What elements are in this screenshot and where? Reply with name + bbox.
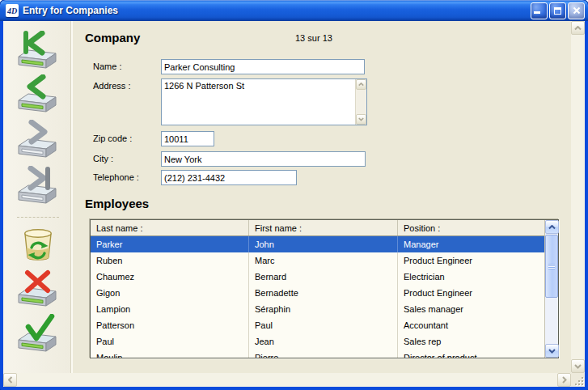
cell-first-name: Jean (249, 333, 398, 350)
next-record-icon (19, 122, 56, 157)
zip-label: Zip code : (93, 134, 132, 143)
name-field[interactable] (161, 59, 365, 74)
cell-position: Accountant (398, 317, 544, 333)
minimize-icon (534, 11, 540, 14)
4d-app-icon: 4D (6, 4, 19, 17)
chevron-left-icon (8, 376, 13, 384)
window-scroll-left-button (3, 373, 17, 387)
zip-field[interactable] (161, 131, 214, 146)
record-toolbar (3, 21, 73, 373)
window-horizontal-scrollbar (3, 373, 571, 387)
cancel-record-button[interactable] (15, 269, 61, 309)
cell-first-name: Pierre (249, 350, 398, 358)
table-row[interactable]: ParkerJohnManager (91, 236, 544, 252)
column-header-first-name[interactable]: First name : (249, 220, 398, 235)
employee-table-header: Last name : First name : Position : (91, 220, 544, 236)
table-row[interactable]: GigonBernadetteProduct Engineer (91, 285, 544, 301)
window-body: Company 13 sur 13 Name : Address : 1266 … (3, 21, 585, 373)
table-row[interactable]: ChaumezBernardElectrician (91, 269, 544, 285)
cell-first-name: Bernard (249, 269, 398, 285)
delete-record-button[interactable] (15, 223, 61, 264)
city-field[interactable] (161, 151, 366, 167)
first-record-icon (19, 33, 56, 68)
cell-first-name: John (249, 236, 398, 252)
employees-table: Last name : First name : Position : Park… (90, 219, 559, 358)
cell-last-name: Paul (91, 333, 249, 350)
next-record-button[interactable] (15, 120, 61, 160)
table-row[interactable]: RubenMarcProduct Engineer (91, 252, 544, 269)
close-icon (573, 6, 581, 15)
telephone-field[interactable] (161, 170, 297, 185)
chevron-down-icon (358, 117, 364, 121)
form-area: Company 13 sur 13 Name : Address : 1266 … (73, 21, 571, 373)
employees-section-title: Employees (85, 197, 149, 210)
window-scroll-up-button (571, 21, 585, 35)
resize-grip-icon (574, 376, 585, 387)
cell-last-name: Moulin (91, 350, 249, 358)
cell-last-name: Lampion (91, 301, 249, 317)
column-header-last-name[interactable]: Last name : (91, 220, 249, 235)
address-scroll-down-button[interactable] (356, 114, 366, 125)
employees-table-main: Last name : First name : Position : Park… (91, 220, 544, 358)
address-field[interactable]: 1266 N Patterson St (162, 79, 355, 125)
titlebar[interactable]: 4D Entry for Companies (0, 0, 588, 21)
cell-position: Manager (398, 236, 544, 252)
previous-record-button[interactable] (15, 74, 61, 115)
app-window: 4D Entry for Companies (0, 0, 588, 390)
address-scrollbar (355, 79, 366, 125)
chevron-up-icon (358, 83, 364, 87)
table-row[interactable]: MoulinPierreDirector of product (91, 350, 544, 358)
chevron-down-icon (548, 349, 556, 354)
table-scroll-thumb[interactable] (545, 235, 558, 298)
window-scroll-right-button (557, 373, 571, 387)
cell-position: Director of product (398, 350, 544, 358)
maximize-icon (554, 7, 561, 15)
validate-check-icon (19, 316, 56, 351)
address-box: 1266 N Patterson St (161, 78, 367, 125)
employees-table-scrollbar (544, 220, 558, 358)
cell-first-name: Séraphin (249, 301, 398, 317)
last-record-button[interactable] (15, 166, 61, 206)
minimize-button[interactable] (531, 2, 548, 19)
city-label: City : (93, 154, 113, 163)
window-controls (531, 2, 585, 19)
cell-position: Electrician (398, 269, 544, 285)
toolbar-separator (17, 217, 59, 218)
close-button (568, 2, 585, 19)
window-title: Entry for Companies (23, 5, 531, 16)
table-scroll-down-button[interactable] (545, 344, 559, 358)
cell-first-name: Paul (249, 317, 398, 333)
first-record-button[interactable] (15, 31, 61, 71)
table-row[interactable]: PattersonPaulAccountant (91, 317, 544, 333)
window-scroll-down-button (571, 359, 585, 373)
trash-recycle-icon (25, 230, 51, 260)
validate-record-button[interactable] (15, 314, 61, 354)
address-scroll-up-button[interactable] (356, 79, 366, 90)
cell-last-name: Gigon (91, 285, 249, 301)
chevron-up-icon (548, 225, 556, 230)
cell-position: Sales manager (398, 301, 544, 317)
table-row[interactable]: PaulJeanSales rep (91, 333, 544, 350)
cell-last-name: Ruben (91, 252, 249, 269)
cell-position: Product Engineer (398, 252, 544, 269)
cell-last-name: Patterson (91, 317, 249, 333)
table-scroll-up-button[interactable] (545, 220, 559, 234)
last-record-icon (19, 168, 56, 203)
record-counter: 13 sur 13 (295, 33, 332, 43)
scroll-thumb-grip-icon (548, 264, 555, 269)
chevron-down-icon (574, 364, 582, 369)
maximize-button[interactable] (549, 2, 566, 19)
chevron-up-icon (574, 26, 582, 31)
window-vertical-scrollbar (571, 21, 585, 373)
cell-position: Sales rep (398, 333, 544, 350)
cell-first-name: Bernadette (249, 285, 398, 301)
company-section-title: Company (85, 31, 140, 45)
cancel-x-icon (19, 273, 56, 306)
resize-grip[interactable] (571, 373, 585, 387)
table-row[interactable]: LampionSéraphinSales manager (91, 301, 544, 317)
cell-last-name: Chaumez (91, 269, 249, 285)
cell-position: Product Engineer (398, 285, 544, 301)
cell-last-name: Parker (91, 236, 249, 252)
column-header-position[interactable]: Position : (398, 220, 544, 235)
cell-first-name: Marc (249, 252, 398, 269)
